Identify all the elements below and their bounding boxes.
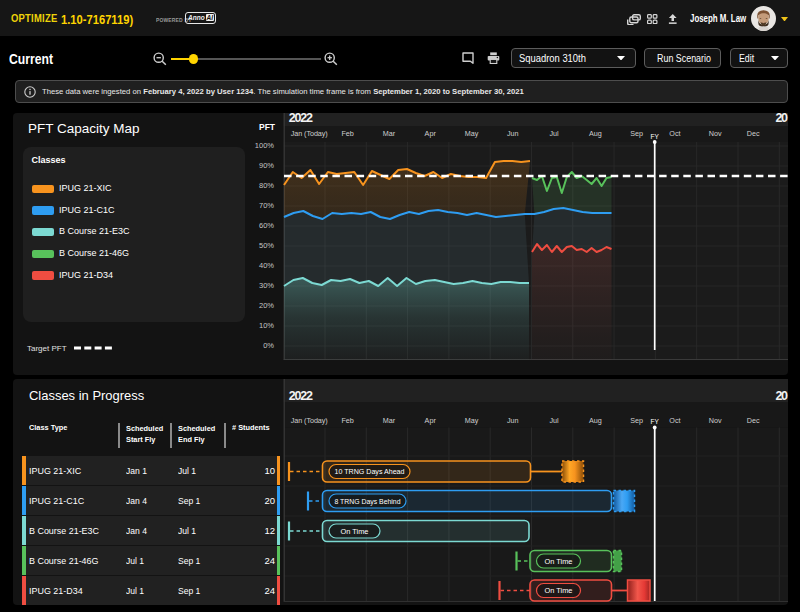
- svg-text:Dec: Dec: [747, 416, 760, 425]
- svg-text:Jan (Today): Jan (Today): [291, 129, 328, 138]
- svg-text:2022: 2022: [289, 389, 313, 403]
- svg-text:Feb: Feb: [341, 129, 353, 138]
- svg-text:Mar: Mar: [383, 416, 396, 425]
- svg-text:On Time: On Time: [545, 557, 573, 566]
- svg-text:Oct: Oct: [669, 129, 680, 138]
- svg-text:Apr: Apr: [425, 416, 437, 425]
- svg-text:Sep: Sep: [630, 416, 643, 425]
- svg-text:Nov: Nov: [709, 416, 722, 425]
- svg-text:Feb: Feb: [341, 416, 353, 425]
- svg-text:20: 20: [776, 389, 789, 403]
- svg-text:May: May: [465, 416, 479, 425]
- svg-text:Jun: Jun: [507, 416, 519, 425]
- svg-text:FY: FY: [651, 418, 660, 425]
- svg-text:20: 20: [776, 111, 789, 125]
- svg-text:Jun: Jun: [507, 129, 519, 138]
- svg-text:Jan (Today): Jan (Today): [291, 416, 328, 425]
- svg-text:Mar: Mar: [383, 129, 396, 138]
- svg-text:May: May: [465, 129, 479, 138]
- svg-text:Aug: Aug: [589, 129, 602, 138]
- svg-text:Sep: Sep: [630, 129, 643, 138]
- svg-text:Jul: Jul: [549, 416, 559, 425]
- svg-text:10 TRNG Days Ahead: 10 TRNG Days Ahead: [335, 467, 405, 476]
- svg-text:2022: 2022: [289, 111, 313, 125]
- svg-text:Nov: Nov: [709, 129, 722, 138]
- svg-text:Oct: Oct: [669, 416, 680, 425]
- svg-text:8 TRNG Days Behind: 8 TRNG Days Behind: [335, 497, 401, 506]
- svg-text:FY: FY: [651, 133, 660, 140]
- svg-text:Apr: Apr: [425, 129, 437, 138]
- svg-text:On Time: On Time: [341, 527, 369, 536]
- svg-text:Dec: Dec: [747, 129, 760, 138]
- svg-text:Aug: Aug: [589, 416, 602, 425]
- svg-text:Jul: Jul: [549, 129, 559, 138]
- svg-text:On Time: On Time: [545, 586, 573, 595]
